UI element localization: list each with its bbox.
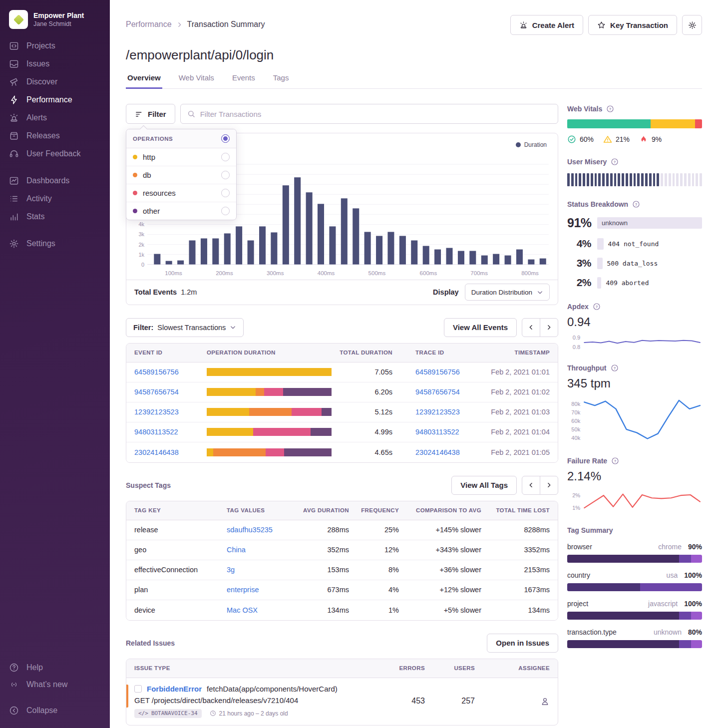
related-issues-title: Related Issues — [126, 639, 175, 647]
sidebar-item-what-s-new[interactable]: What’s new — [0, 676, 110, 693]
create-alert-button[interactable]: Create Alert — [510, 15, 583, 35]
breadcrumb-performance[interactable]: Performance — [126, 20, 172, 29]
sidebar-item-help[interactable]: Help — [0, 659, 110, 676]
operation-radio[interactable] — [221, 189, 230, 197]
svg-text:?: ? — [596, 305, 598, 309]
operation-item-other[interactable]: other — [126, 202, 236, 220]
sidebar-item-issues[interactable]: Issues — [0, 55, 110, 73]
tag-value-link[interactable]: enterprise — [227, 586, 292, 594]
tab-overview[interactable]: Overview — [126, 73, 162, 89]
operation-item-resources[interactable]: resources — [126, 184, 236, 202]
column-header: ISSUE TYPE — [134, 665, 375, 671]
question-circle-icon[interactable]: ? — [593, 303, 601, 311]
sidebar-item-user-feedback[interactable]: User Feedback — [0, 145, 110, 163]
operation-item-db[interactable]: db — [126, 166, 236, 184]
apdex-value: 0.94 — [567, 315, 702, 329]
event-id-link[interactable]: 12392123523 — [134, 408, 207, 416]
question-circle-icon[interactable]: ? — [611, 457, 619, 465]
project-badge[interactable]: </> BOTANAVOICE-34 — [134, 709, 202, 718]
tag-value-link[interactable]: China — [227, 546, 292, 554]
tag-value-link[interactable]: Mac OSX — [227, 606, 292, 614]
key-transaction-button[interactable]: Key Transaction — [588, 15, 677, 35]
tag-cell: 134ms — [481, 606, 550, 614]
sidebar-item-alerts[interactable]: Alerts — [0, 109, 110, 127]
question-circle-icon[interactable]: ? — [611, 158, 619, 166]
operation-item-http[interactable]: http — [126, 148, 236, 166]
assignee-icon[interactable] — [540, 697, 550, 706]
sidebar-item-stats[interactable]: Stats — [0, 208, 110, 226]
trace-id-link[interactable]: 94803113522 — [392, 428, 462, 436]
event-id-link[interactable]: 94803113522 — [134, 428, 207, 436]
trace-id-link[interactable]: 94587656754 — [392, 388, 462, 396]
chevron-left-icon — [528, 482, 534, 488]
svg-text:0.9: 0.9 — [573, 335, 580, 341]
app-root: Empower Plant Jane Schmidt ProjectsIssue… — [0, 0, 719, 728]
sidebar-item-performance[interactable]: Performance — [0, 91, 110, 109]
operation-label: http — [143, 153, 155, 161]
code-icon: </> — [138, 710, 148, 717]
trace-id-link[interactable]: 23024146438 — [392, 448, 462, 456]
event-id-link[interactable]: 64589156756 — [134, 368, 207, 376]
question-circle-icon[interactable]: ? — [606, 105, 614, 113]
sidebar-item-collapse[interactable]: Collapse — [0, 702, 110, 719]
event-id-link[interactable]: 94587656754 — [134, 388, 207, 396]
open-in-issues-button[interactable]: Open in Issues — [487, 634, 558, 653]
sidebar-item-projects[interactable]: Projects — [0, 37, 110, 55]
tag-summary-key: country — [567, 571, 590, 579]
view-all-tags-button[interactable]: View All Tags — [451, 476, 517, 495]
operation-radio[interactable] — [221, 153, 230, 161]
tag-value-link[interactable]: 3g — [227, 566, 292, 574]
sidebar-item-discover[interactable]: Discover — [0, 73, 110, 91]
question-circle-icon[interactable]: ? — [632, 200, 640, 208]
sidebar-item-dashboards[interactable]: Dashboards — [0, 172, 110, 190]
op-segment — [266, 448, 285, 456]
operations-dropdown-header: OPERATIONS — [126, 129, 236, 148]
issue-checkbox[interactable] — [134, 685, 142, 693]
sidebar-item-releases[interactable]: Releases — [0, 127, 110, 145]
next-page-button[interactable] — [540, 318, 558, 337]
next-page-button[interactable] — [540, 476, 558, 495]
settings-gear-button[interactable] — [682, 15, 702, 35]
operations-all-radio[interactable] — [221, 134, 230, 143]
sidebar-nav-collapse: Collapse — [0, 702, 110, 719]
sidebar-item-settings[interactable]: Settings — [0, 235, 110, 253]
help-icon — [9, 663, 19, 673]
misery-segment — [598, 173, 601, 186]
prev-page-button[interactable] — [522, 476, 540, 495]
filter-button[interactable]: Filter — [126, 104, 175, 124]
search-input[interactable] — [200, 110, 551, 118]
misery-segment — [653, 173, 656, 186]
svg-text:?: ? — [614, 160, 616, 164]
prev-page-button[interactable] — [522, 318, 540, 337]
trace-id-link[interactable]: 12392123523 — [392, 408, 462, 416]
tab-web-vitals[interactable]: Web Vitals — [177, 73, 216, 89]
suspect-tag-row: deviceMac OSX134ms1%+5% slower134ms — [126, 600, 558, 620]
event-id-link[interactable]: 23024146438 — [134, 448, 207, 456]
releases-icon — [9, 131, 19, 141]
tag-cell: 134ms — [292, 606, 349, 614]
sidebar-item-activity[interactable]: Activity — [0, 190, 110, 208]
tag-value-link[interactable]: sdaufhu35235 — [227, 526, 292, 534]
tab-events[interactable]: Events — [231, 73, 257, 89]
sidebar-item-label: Alerts — [26, 113, 47, 122]
org-switcher[interactable]: Empower Plant Jane Schmidt — [0, 8, 110, 37]
display-select[interactable]: Duration Distribution — [465, 284, 550, 301]
svg-text:1k: 1k — [138, 252, 144, 258]
check-circle-icon — [567, 135, 576, 144]
sidebar-item-label: User Feedback — [26, 149, 81, 158]
operation-radio[interactable] — [221, 207, 230, 215]
web-vitals-legend: 60%21%9% — [567, 135, 702, 144]
total-duration: 5.12s — [333, 408, 392, 416]
question-circle-icon[interactable]: ? — [611, 364, 619, 372]
tab-tags[interactable]: Tags — [272, 73, 291, 89]
trace-id-link[interactable]: 64589156756 — [392, 368, 462, 376]
flame-icon — [639, 135, 648, 144]
operation-label: other — [143, 207, 160, 215]
op-segment — [283, 388, 332, 396]
view-all-events-button[interactable]: View All Events — [444, 318, 517, 337]
suspect-tag-row: effectiveConnection3g153ms8%+36% slower2… — [126, 560, 558, 580]
events-filter-select[interactable]: Filter: Slowest Transactions — [126, 318, 244, 337]
issue-type-link[interactable]: ForbiddenError — [147, 685, 202, 693]
timestamp: Feb 2, 2021 01:02 — [462, 388, 550, 396]
operation-radio[interactable] — [221, 171, 230, 179]
